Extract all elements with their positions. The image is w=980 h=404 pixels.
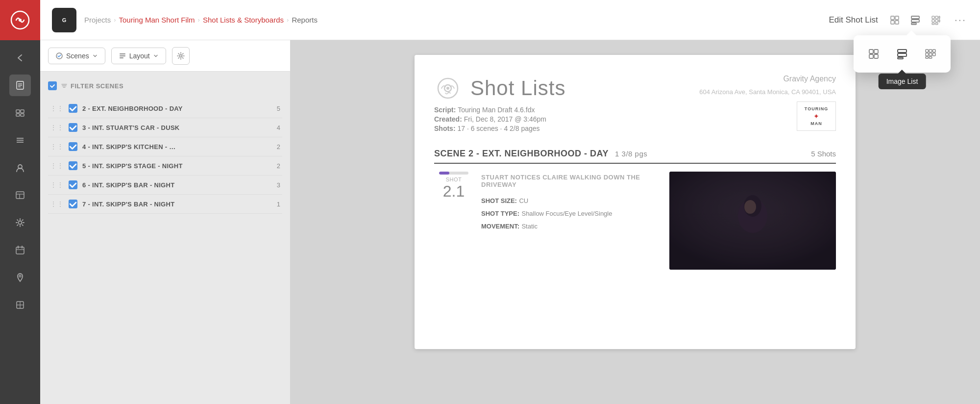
storyboard-nav-icon[interactable] [9,102,31,124]
view-icons-group [886,11,945,29]
doc-created-line: Created: Fri, Dec 8, 2017 @ 3:46pm [434,115,565,123]
team-nav-icon[interactable] [9,157,31,178]
shot-image-overlay [669,172,836,270]
scene-checkbox-4[interactable] [69,142,77,151]
scene-checkbox-2[interactable] [69,104,77,113]
svg-rect-33 [932,16,934,19]
gear-nav-icon[interactable] [9,212,31,233]
tooltip-grid-2col-button[interactable] [861,43,886,65]
calendar-nav-icon[interactable] [9,239,31,261]
list-item[interactable]: ⋮⋮ 7 - INT. SKIPP'S BAR - NIGHT 1 [48,195,282,214]
scene-checkbox-5[interactable] [69,161,77,170]
shot-type-label: SHOT TYPE: [481,210,519,217]
scenes-label: Scenes [66,52,89,60]
doc-shots-line: Shots: 17 · 6 scenes · 4 2/8 pages [434,125,565,132]
svg-rect-40 [935,23,938,25]
shot-progress-fill [439,172,449,175]
camera-icon [434,75,462,102]
list-item[interactable]: ⋮⋮ 3 - INT. STUART'S CAR - DUSK 4 [48,118,282,137]
shot-size-field: SHOT SIZE: CU [481,196,660,205]
layout-dropdown-button[interactable]: Layout [111,48,166,64]
breadcrumb-projects[interactable]: Projects [84,16,111,24]
touring-man-logo: TOURING ✦ MAN [797,101,836,131]
shot-details: STUART NOTICES CLAIRE WALKING DOWN THE D… [481,172,660,270]
document-nav-icon[interactable] [9,75,31,96]
edit-shot-list-button[interactable]: Edit Shot List [829,15,878,25]
shot-progress-bar [439,172,468,175]
settings-button[interactable] [172,47,190,65]
tooltip-grid-3col-button[interactable] [918,43,943,65]
svg-rect-61 [926,50,929,52]
breadcrumb: Projects › Touring Man Short Film › Shot… [84,16,318,24]
shot-movement-value: Static [521,223,538,230]
list-item[interactable]: ⋮⋮ 6 - INT. SKIPP'S BAR - NIGHT 3 [48,176,282,195]
breadcrumb-section[interactable]: Shot Lists & Storyboards [203,16,284,24]
scene-name: 5 - INT. SKIPP'S STAGE - NIGHT [82,162,272,170]
filter-label: FILTER SCENES [71,82,123,90]
list-item[interactable]: ⋮⋮ 2 - EXT. NEIGHBORHOOD - DAY 5 [48,99,282,118]
company-name: Gravity Agency [783,75,836,83]
shot-row: SHOT 2.1 STUART NOTICES CLAIRE WALKING D… [434,172,836,270]
shot-size-label: SHOT SIZE: [481,197,517,204]
shot-type-value: Shallow Focus/Eye Level/Single [521,210,612,217]
compact-view-button[interactable] [927,11,945,29]
svg-rect-37 [935,20,938,22]
tooltip-image-list-button[interactable]: Image List [890,43,914,65]
drag-handle-icon: ⋮⋮ [50,181,64,189]
content-area: Scenes Layout [40,40,980,404]
svg-rect-43 [120,55,125,56]
filter-all-checkbox[interactable] [48,81,57,90]
back-nav-icon[interactable] [9,47,31,69]
more-options-button[interactable]: ··· [953,14,968,26]
scene-pages: 1 3/8 pgs [615,150,647,158]
layers-nav-icon[interactable] [9,294,31,316]
list-view-button[interactable] [906,11,924,29]
doc-script-line: Script: Touring Man Draft 4.6.fdx [434,106,565,114]
layout-label: Layout [129,52,150,60]
svg-rect-54 [869,50,873,53]
app-logo: G [52,8,76,32]
scene-count: 2 [277,162,280,170]
svg-rect-7 [21,110,24,113]
svg-rect-36 [932,20,934,22]
company-address: 604 Arizona Ave, Santa Monica, CA 90401,… [699,87,836,98]
shot-movement-label: MOVEMENT: [481,223,519,230]
scene-checkbox-3[interactable] [69,123,77,132]
svg-rect-67 [926,57,929,59]
filter-header: FILTER SCENES [48,79,282,92]
scenes-dropdown-button[interactable]: Scenes [48,48,105,64]
right-panel: Shot Lists Script: Touring Man Draft 4.6… [290,40,980,404]
svg-rect-59 [898,53,906,56]
svg-rect-55 [874,50,878,53]
scene-checkbox-6[interactable] [69,180,77,189]
scene-checkbox-7[interactable] [69,200,77,208]
shot-type-field: SHOT TYPE: Shallow Focus/Eye Level/Singl… [481,209,660,218]
svg-point-53 [744,200,756,214]
scene-section: SCENE 2 - EXT. NEIGHBORHOOD - DAY 1 3/8 … [434,149,836,270]
list-nav-icon[interactable] [9,129,31,151]
svg-rect-65 [929,53,932,56]
list-item[interactable]: ⋮⋮ 5 - INT. SKIPP'S STAGE - NIGHT 2 [48,156,282,176]
sidebar-logo[interactable] [0,0,40,40]
list-item[interactable]: ⋮⋮ 4 - INT. SKIPP'S KITCHEN - … 2 [48,137,282,156]
table-nav-icon[interactable] [9,184,31,206]
svg-point-45 [179,54,182,57]
main-area: G Projects › Touring Man Short Film › Sh… [40,0,980,404]
svg-rect-32 [911,23,916,25]
svg-rect-9 [21,114,24,116]
svg-rect-34 [935,16,938,19]
shot-size-value: CU [519,197,528,204]
svg-rect-62 [929,50,932,52]
svg-point-48 [446,87,449,90]
scene-count: 4 [277,124,280,131]
drag-handle-icon: ⋮⋮ [50,162,64,170]
svg-rect-44 [120,57,123,58]
svg-rect-66 [933,53,936,56]
grid-view-button[interactable] [886,11,904,29]
logo-text: G [62,17,67,23]
location-nav-icon[interactable] [9,267,31,288]
svg-rect-14 [16,192,24,199]
svg-rect-39 [932,23,934,25]
breadcrumb-film[interactable]: Touring Man Short Film [119,16,195,24]
logo-line1: TOURING [805,106,828,111]
